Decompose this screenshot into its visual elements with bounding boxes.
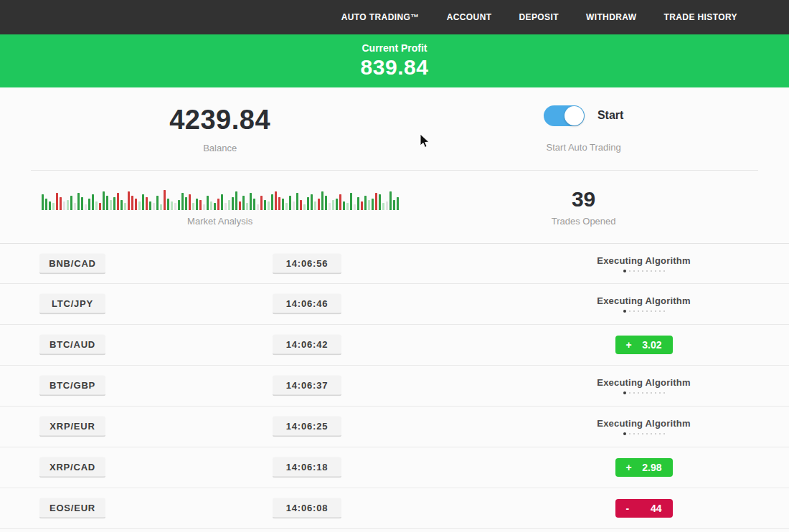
- trade-row: EOS/EUR 14:06:08 - 44: [0, 488, 789, 529]
- progress-dots: [623, 391, 665, 394]
- trades-list: BNB/CAD 14:06:56 Executing Algorithm LTC…: [0, 243, 789, 529]
- profit-sign: +: [626, 462, 632, 473]
- balance-stat: 4239.84 Balance: [31, 87, 409, 170]
- balance-label: Balance: [203, 143, 237, 153]
- loss-sign: -: [626, 503, 630, 514]
- profit-badge: + 3.02: [615, 336, 673, 354]
- loss-value: 44: [651, 503, 662, 514]
- trade-pair-badge[interactable]: BTC/GBP: [39, 376, 105, 396]
- auto-trading-label: Start Auto Trading: [547, 142, 621, 153]
- trade-status: - 44: [570, 499, 717, 518]
- trade-row: BTC/GBP 14:06:37 Executing Algorithm: [0, 366, 789, 407]
- auto-trading-stat: Start Start Auto Trading: [409, 87, 758, 170]
- trade-pair-badge[interactable]: LTC/JPY: [39, 294, 105, 315]
- toggle-label: Start: [597, 109, 623, 122]
- trade-row: BTC/AUD 14:06:42 + 3.02: [0, 325, 789, 366]
- trade-pair-badge[interactable]: BTC/AUD: [39, 335, 105, 356]
- executing-algorithm-label: Executing Algorithm: [597, 377, 690, 388]
- executing-algorithm-label: Executing Algorithm: [597, 295, 690, 306]
- trade-row: XRP/EUR 14:06:25 Executing Algorithm: [0, 407, 789, 447]
- trade-time-badge[interactable]: 14:06:46: [273, 294, 341, 315]
- trade-pair-badge[interactable]: XRP/CAD: [39, 457, 105, 478]
- market-analysis-stat: Market Analysis: [31, 171, 409, 243]
- trade-status: Executing Algorithm: [570, 255, 717, 272]
- top-nav-bar: AUTO TRADING™ ACCOUNT DEPOSIT WITHDRAW T…: [0, 0, 789, 34]
- trade-time-badge[interactable]: 14:06:37: [273, 376, 341, 396]
- profit-value: 2.98: [642, 462, 661, 473]
- stats-row-market: Market Analysis 39 Trades Opened: [0, 171, 789, 243]
- trade-time-badge[interactable]: 14:06:08: [273, 498, 341, 519]
- trades-opened-stat: 39 Trades Opened: [409, 171, 758, 243]
- nav-item-withdraw[interactable]: WITHDRAW: [586, 12, 637, 22]
- loss-badge: - 44: [615, 499, 673, 518]
- trade-pair-badge[interactable]: BNB/CAD: [39, 253, 105, 274]
- nav-item-deposit[interactable]: DEPOSIT: [519, 12, 558, 22]
- current-profit-value: 839.84: [361, 55, 429, 80]
- profit-badge: + 2.98: [615, 458, 673, 477]
- market-analysis-chart: [42, 187, 399, 210]
- trades-opened-value: 39: [572, 187, 595, 212]
- trade-row: LTC/JPY 14:06:46 Executing Algorithm: [0, 284, 789, 325]
- profit-sign: +: [626, 339, 632, 351]
- trades-opened-label: Trades Opened: [552, 216, 616, 227]
- executing-algorithm-label: Executing Algorithm: [597, 255, 690, 266]
- trade-status: Executing Algorithm: [570, 377, 717, 394]
- trade-row: BNB/CAD 14:06:56 Executing Algorithm: [0, 243, 789, 284]
- trade-row: XRP/CAD 14:06:18 + 2.98: [0, 447, 789, 488]
- trade-pair-badge[interactable]: XRP/EUR: [39, 417, 105, 437]
- trade-time-badge[interactable]: 14:06:18: [273, 457, 341, 478]
- progress-dots: [623, 310, 665, 313]
- auto-trading-toggle[interactable]: [544, 105, 585, 126]
- current-profit-banner: Current Profit 839.84: [0, 34, 789, 87]
- trade-status: + 3.02: [570, 336, 717, 354]
- trade-time-badge[interactable]: 14:06:42: [273, 335, 341, 356]
- trade-pair-badge[interactable]: EOS/EUR: [39, 498, 105, 519]
- stats-row-balance: 4239.84 Balance Start Start Auto Trading: [0, 87, 789, 170]
- progress-dots: [623, 432, 665, 435]
- profit-value: 3.02: [642, 339, 661, 351]
- market-analysis-label: Market Analysis: [187, 216, 252, 227]
- trade-status: + 2.98: [570, 458, 717, 477]
- current-profit-title: Current Profit: [362, 42, 427, 54]
- trade-status: Executing Algorithm: [570, 418, 717, 435]
- trade-time-badge[interactable]: 14:06:25: [273, 417, 341, 437]
- toggle-knob[interactable]: [564, 106, 584, 125]
- nav-item-auto-trading[interactable]: AUTO TRADING™: [341, 12, 420, 22]
- progress-dots: [623, 270, 665, 272]
- trade-status: Executing Algorithm: [570, 295, 717, 313]
- nav-item-trade-history[interactable]: TRADE HISTORY: [663, 12, 737, 22]
- nav-item-account[interactable]: ACCOUNT: [447, 12, 492, 22]
- executing-algorithm-label: Executing Algorithm: [597, 418, 690, 429]
- trade-time-badge[interactable]: 14:06:56: [273, 253, 341, 274]
- balance-value: 4239.84: [169, 105, 270, 136]
